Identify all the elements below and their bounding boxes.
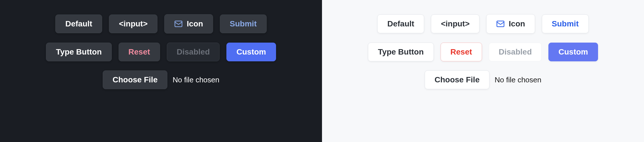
input-button[interactable]: <input> [431,14,479,33]
reset-button[interactable]: Reset [119,43,160,61]
icon-button[interactable]: Icon [486,14,535,34]
submit-button[interactable]: Submit [220,14,267,33]
input-button[interactable]: <input> [109,14,157,33]
type-button[interactable]: Type Button [368,43,433,61]
default-button[interactable]: Default [55,14,102,33]
button-row-1: Default <input> Icon Submit [377,14,588,34]
custom-button[interactable]: Custom [548,43,598,61]
icon-button[interactable]: Icon [164,14,213,34]
dark-panel: Default <input> Icon Submit Type Button … [0,0,322,142]
file-input-row: Choose File No file chosen [103,70,219,89]
choose-file-button[interactable]: Choose File [103,70,168,89]
submit-button[interactable]: Submit [542,14,589,33]
light-panel: Default <input> Icon Submit Type Button … [322,0,644,142]
svg-rect-1 [497,21,504,27]
button-row-2: Type Button Reset Disabled Custom [46,43,276,61]
default-button[interactable]: Default [377,14,424,33]
envelope-icon [174,20,183,28]
type-button[interactable]: Type Button [46,43,111,61]
icon-button-label: Icon [509,20,525,28]
disabled-button: Disabled [489,43,542,61]
file-status-text: No file chosen [172,76,219,84]
button-row-1: Default <input> Icon Submit [55,14,266,34]
custom-button[interactable]: Custom [226,43,276,61]
file-input-row: Choose File No file chosen [425,70,541,89]
button-row-2: Type Button Reset Disabled Custom [368,43,598,61]
envelope-icon [496,20,505,28]
choose-file-button[interactable]: Choose File [425,70,490,89]
reset-button[interactable]: Reset [441,43,482,61]
icon-button-label: Icon [187,20,203,28]
disabled-button: Disabled [167,43,220,61]
svg-rect-0 [175,21,182,27]
file-status-text: No file chosen [494,76,541,84]
